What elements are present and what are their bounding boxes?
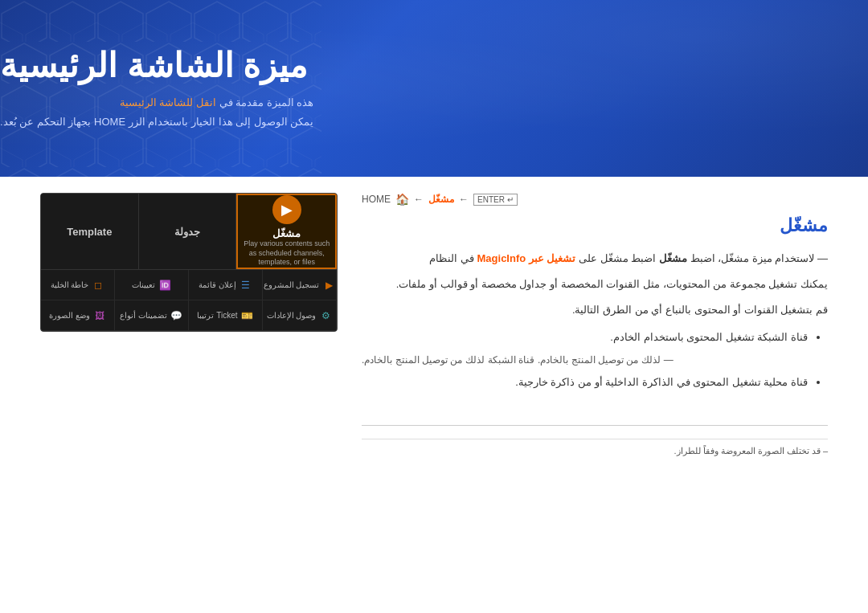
player-desc: Play various contents such as scheduled … xyxy=(238,239,335,268)
app-icon-3: 🆔 xyxy=(158,279,171,292)
app-icon-8: 🖼 xyxy=(93,309,106,322)
note-line-1: — لذلك من توصيل المنتج بالخادم. قناة الش… xyxy=(362,354,828,366)
player-label: مشغّل xyxy=(272,227,301,239)
header-subtitle: هذه الميزة مقدمة في انقل للشاشة الرئيسية… xyxy=(0,93,313,131)
nav-active-item[interactable]: مشغّل xyxy=(428,194,454,205)
subtitle-text1: هذه الميزة مقدمة في xyxy=(219,96,314,108)
page-title: ميزة الشاشة الرئيسية xyxy=(0,46,308,85)
footer-text: قد تختلف الصورة المعروضة وفقاً للطراز. xyxy=(674,446,820,456)
bullet-item-1: قناة الشبكة تشغيل المحتوى باستخدام الخاد… xyxy=(362,327,808,348)
bullet1-link[interactable]: قناة الشبكة xyxy=(757,331,808,343)
nav-arrow2: ← xyxy=(459,194,469,205)
svg-rect-3 xyxy=(0,0,321,177)
desc-cont: اضبط مشغّل على xyxy=(575,252,656,264)
bullet2-link[interactable]: قناة محلية xyxy=(764,376,808,388)
description-block: — لاستخدام ميزة مشغّل، اضبط مشغّل اضبط م… xyxy=(362,248,828,269)
desc-orange: تشغيل عبر MagicInfo xyxy=(477,252,576,264)
tv-app-item[interactable]: 🖼 وضع الصورة xyxy=(41,300,115,331)
note1-dash: — xyxy=(664,354,674,366)
app-label-8: وضع الصورة xyxy=(49,311,90,320)
description2: يمكنك تشغيل مجموعة من المحتويات، مثل الق… xyxy=(362,274,828,295)
app-label-7: تضمينات أنواع xyxy=(120,311,167,320)
note1-link[interactable]: قناة الشبكة xyxy=(488,354,534,366)
note1-text: لذلك من توصيل المنتج بالخادم. xyxy=(538,354,661,366)
main-content: ↵ ENTER ← مشغّل ← 🏠 HOME مشغّل — لاستخدا… xyxy=(0,177,868,613)
note1-prefix: لذلك من توصيل المنتج بالخادم. xyxy=(362,354,485,366)
tv-screen: ▶ مشغّل Play various contents such as sc… xyxy=(40,193,338,332)
desc-bold: مشغّل xyxy=(659,252,687,264)
tv-menu-item-schedule[interactable]: جدولة xyxy=(139,194,237,269)
app-label-3: تعيينات xyxy=(132,280,155,289)
desc-end: في النظام xyxy=(429,252,474,264)
app-icon-2: ☰ xyxy=(240,279,252,292)
tv-menu-item-player[interactable]: ▶ مشغّل Play various contents such as sc… xyxy=(236,194,337,269)
separator xyxy=(362,439,828,439)
app-label-6: Ticket ترتيبا xyxy=(197,311,237,320)
enter-label: ↵ ENTER xyxy=(473,194,518,206)
nav-breadcrumb: ↵ ENTER ← مشغّل ← 🏠 HOME xyxy=(362,193,828,206)
tv-menu-item-template[interactable]: Template xyxy=(41,194,139,269)
bullet-list-2: قناة محلية تشغيل المحتوى في الذاكرة الدا… xyxy=(362,372,828,393)
app-icon-6: 🎫 xyxy=(241,309,254,322)
footer-dash: – xyxy=(823,446,828,456)
nav-arrow1: ← xyxy=(414,194,424,205)
tv-app-item[interactable]: ⚙ وصول الإعادات xyxy=(263,300,337,331)
app-label-4: خاطة الخلية xyxy=(51,280,89,289)
app-label-1: تسجيل المشروع xyxy=(264,280,320,289)
desc-dash: — xyxy=(814,252,828,264)
tv-app-item[interactable]: ☰ إعلان قائمة xyxy=(189,270,263,300)
player-icon: ▶ xyxy=(272,195,301,224)
tv-panel: ▶ مشغّل Play various contents such as sc… xyxy=(40,193,338,597)
hex-pattern-icon xyxy=(0,0,321,177)
tv-app-item[interactable]: 🎫 Ticket ترتيبا xyxy=(189,300,263,331)
footer-note: – قد تختلف الصورة المعروضة وفقاً للطراز. xyxy=(362,425,828,456)
bullet1-text: تشغيل المحتوى باستخدام الخادم. xyxy=(610,331,754,343)
bullet-item-2: قناة محلية تشغيل المحتوى في الذاكرة الدا… xyxy=(362,372,808,393)
tv-app-item[interactable]: ▶ تسجيل المشروع xyxy=(263,270,337,300)
app-label-2: إعلان قائمة xyxy=(199,280,236,289)
section-title: مشغّل xyxy=(362,215,828,236)
content-area: ↵ ENTER ← مشغّل ← 🏠 HOME مشغّل — لاستخدا… xyxy=(362,193,828,597)
app-icon-1: ▶ xyxy=(322,279,335,292)
subtitle-line2: يمكن الوصول إلى هذا الخيار باستخدام الزر… xyxy=(0,112,313,131)
bullet-list: قناة الشبكة تشغيل المحتوى باستخدام الخاد… xyxy=(362,327,828,348)
app-icon-7: 💬 xyxy=(170,309,183,322)
tv-app-item[interactable]: 🆔 تعيينات xyxy=(115,270,189,300)
description3: قم بتشغيل القنوات أو المحتوى بالنباع أي … xyxy=(362,300,828,321)
bullet2-text: تشغيل المحتوى في الذاكرة الداخلية أو من … xyxy=(515,376,761,388)
tv-app-item[interactable]: ◻ خاطة الخلية xyxy=(41,270,115,300)
tv-menu-row: ▶ مشغّل Play various contents such as sc… xyxy=(41,194,337,270)
header: ميزة الشاشة الرئيسية هذه الميزة مقدمة في… xyxy=(0,0,868,177)
app-icon-4: ◻ xyxy=(92,279,104,292)
home-icon: 🏠 xyxy=(395,193,409,206)
subtitle-link[interactable]: انقل للشاشة الرئيسية xyxy=(120,96,216,108)
home-label: HOME xyxy=(362,194,391,205)
template-label: Template xyxy=(67,226,112,238)
app-icon-5: ⚙ xyxy=(319,309,332,322)
schedule-label: جدولة xyxy=(174,226,200,238)
footer-note-text: – قد تختلف الصورة المعروضة وفقاً للطراز. xyxy=(362,446,828,456)
desc-text1: لاستخدام ميزة مشغّل، اضبط xyxy=(690,252,815,264)
tv-app-item[interactable]: 💬 تضمينات أنواع xyxy=(115,300,189,331)
tv-apps-grid: ▶ تسجيل المشروع ☰ إعلان قائمة 🆔 تعيينات … xyxy=(41,270,337,331)
app-label-5: وصول الإعادات xyxy=(267,311,317,320)
